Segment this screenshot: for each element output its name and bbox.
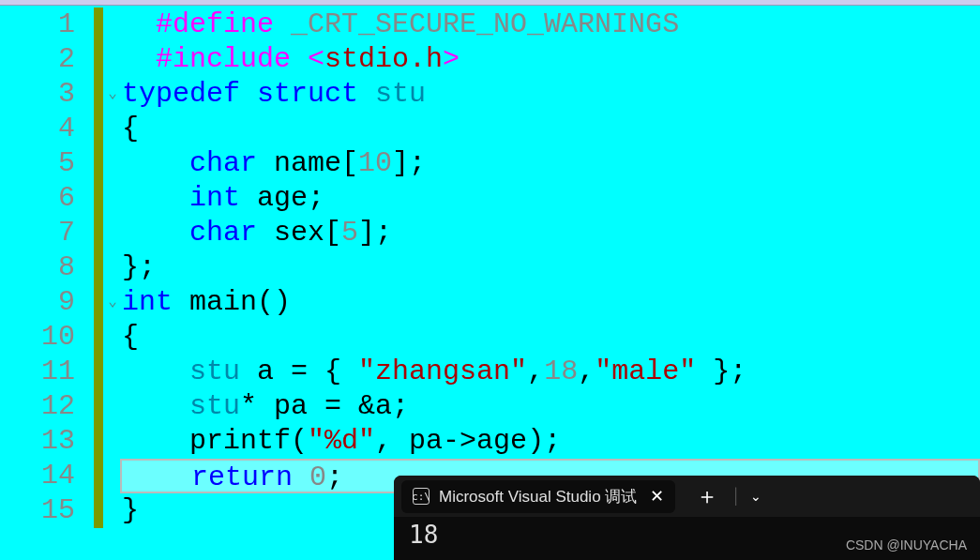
line-number: 1 bbox=[0, 8, 75, 42]
line-number: 7 bbox=[0, 216, 75, 250]
line-number-gutter: 1 2 3 4 5 6 7 8 9 10 11 12 13 14 15 bbox=[0, 0, 94, 560]
code-line: #define _CRT_SECURE_NO_WARNINGS bbox=[122, 8, 980, 42]
fold-icon[interactable]: ⌄ bbox=[108, 285, 117, 320]
code-line: int age; bbox=[122, 181, 980, 216]
code-line: typedef struct stu bbox=[122, 77, 980, 112]
line-number: 4 bbox=[0, 112, 75, 146]
line-number: 14 bbox=[0, 459, 75, 493]
terminal-window: c:\ Microsoft Visual Studio 调试 ✕ ＋ │ ⌄ 1… bbox=[394, 476, 980, 560]
line-number: 6 bbox=[0, 181, 75, 216]
line-number: 8 bbox=[0, 250, 75, 285]
code-line: stu a = { "zhangsan",18,"male" }; bbox=[122, 355, 980, 389]
code-line: int main() bbox=[122, 285, 980, 320]
line-number: 10 bbox=[0, 320, 75, 355]
code-line: { bbox=[122, 112, 980, 146]
code-line: char sex[5]; bbox=[122, 216, 980, 250]
terminal-tab-bar: c:\ Microsoft Visual Studio 调试 ✕ ＋ │ ⌄ bbox=[394, 476, 980, 517]
fold-icon[interactable]: ⌄ bbox=[108, 77, 117, 112]
tab-dropdown-icon[interactable]: ⌄ bbox=[741, 489, 771, 504]
fold-column: ⌄ ⌄ bbox=[103, 0, 122, 560]
top-border bbox=[0, 0, 980, 6]
code-line: }; bbox=[122, 250, 980, 285]
code-line: { bbox=[122, 320, 980, 355]
code-line: char name[10]; bbox=[122, 146, 980, 181]
change-indicator bbox=[94, 8, 103, 528]
line-number: 13 bbox=[0, 424, 75, 459]
terminal-tab[interactable]: c:\ Microsoft Visual Studio 调试 ✕ bbox=[401, 480, 675, 513]
add-tab-button[interactable]: ＋ bbox=[683, 481, 731, 511]
watermark: CSDN @INUYACHA bbox=[846, 537, 967, 552]
line-number: 5 bbox=[0, 146, 75, 181]
line-number: 3 bbox=[0, 77, 75, 112]
code-line: stu* pa = &a; bbox=[122, 389, 980, 424]
line-number: 11 bbox=[0, 355, 75, 389]
terminal-icon: c:\ bbox=[413, 488, 430, 505]
line-number: 15 bbox=[0, 493, 75, 528]
terminal-tab-title: Microsoft Visual Studio 调试 bbox=[439, 486, 637, 507]
code-line: #include <stdio.h> bbox=[122, 42, 980, 77]
line-number: 2 bbox=[0, 42, 75, 77]
line-number: 12 bbox=[0, 389, 75, 424]
line-number: 9 bbox=[0, 285, 75, 320]
code-line: printf("%d", pa->age); bbox=[122, 424, 980, 459]
close-icon[interactable]: ✕ bbox=[650, 486, 664, 507]
